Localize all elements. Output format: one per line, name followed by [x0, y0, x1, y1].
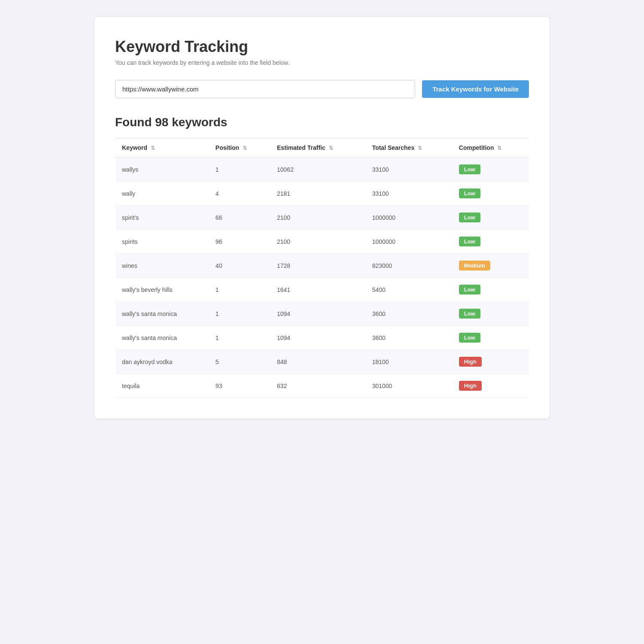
- cell-competition: Low: [452, 206, 529, 230]
- competition-badge: Low: [459, 309, 480, 319]
- cell-keyword: wallys: [115, 158, 209, 182]
- col-estimated-traffic[interactable]: Estimated Traffic ⇅: [270, 138, 365, 158]
- cell-traffic: 1641: [270, 278, 365, 302]
- cell-position: 1: [209, 278, 270, 302]
- url-input[interactable]: [115, 80, 415, 98]
- cell-searches: 33100: [365, 182, 452, 206]
- cell-traffic: 10062: [270, 158, 365, 182]
- cell-searches: 18100: [365, 350, 452, 374]
- cell-searches: 1000000: [365, 206, 452, 230]
- competition-badge: High: [459, 357, 482, 367]
- cell-competition: Low: [452, 326, 529, 350]
- competition-badge: Low: [459, 213, 480, 222]
- cell-traffic: 2100: [270, 230, 365, 254]
- cell-traffic: 2100: [270, 206, 365, 230]
- track-button[interactable]: Track Keywords for Website: [422, 80, 529, 98]
- table-row: spirits 96 2100 1000000 Low: [115, 230, 529, 254]
- cell-competition: Low: [452, 278, 529, 302]
- table-header-row: Keyword ⇅ Position ⇅ Estimated Traffic ⇅…: [115, 138, 529, 158]
- table-row: spirit's 66 2100 1000000 Low: [115, 206, 529, 230]
- col-keyword[interactable]: Keyword ⇅: [115, 138, 209, 158]
- cell-competition: Low: [452, 302, 529, 326]
- cell-competition: Low: [452, 158, 529, 182]
- cell-position: 93: [209, 374, 270, 398]
- cell-keyword: dan aykroyd vodka: [115, 350, 209, 374]
- sort-traffic-icon[interactable]: ⇅: [329, 145, 333, 151]
- keywords-table: Keyword ⇅ Position ⇅ Estimated Traffic ⇅…: [115, 138, 529, 398]
- cell-keyword: wally's santa monica: [115, 326, 209, 350]
- cell-competition: High: [452, 374, 529, 398]
- table-row: wally's beverly hills 1 1641 5400 Low: [115, 278, 529, 302]
- cell-searches: 33100: [365, 158, 452, 182]
- competition-badge: Medium: [459, 261, 490, 270]
- col-competition[interactable]: Competition ⇅: [452, 138, 529, 158]
- cell-traffic: 848: [270, 350, 365, 374]
- table-row: wally 4 2181 33100 Low: [115, 182, 529, 206]
- table-row: wallys 1 10062 33100 Low: [115, 158, 529, 182]
- cell-keyword: wally's beverly hills: [115, 278, 209, 302]
- cell-searches: 301000: [365, 374, 452, 398]
- competition-badge: Low: [459, 285, 480, 295]
- table-row: tequila 93 632 301000 High: [115, 374, 529, 398]
- cell-keyword: spirits: [115, 230, 209, 254]
- cell-position: 5: [209, 350, 270, 374]
- cell-searches: 5400: [365, 278, 452, 302]
- cell-position: 4: [209, 182, 270, 206]
- cell-traffic: 1094: [270, 302, 365, 326]
- search-row: Track Keywords for Website: [115, 80, 529, 98]
- cell-position: 40: [209, 254, 270, 278]
- cell-searches: 1000000: [365, 230, 452, 254]
- cell-keyword: spirit's: [115, 206, 209, 230]
- table-row: dan aykroyd vodka 5 848 18100 High: [115, 350, 529, 374]
- cell-position: 96: [209, 230, 270, 254]
- cell-competition: Low: [452, 182, 529, 206]
- competition-badge: Low: [459, 188, 480, 198]
- sort-competition-icon[interactable]: ⇅: [497, 145, 501, 151]
- cell-keyword: wally: [115, 182, 209, 206]
- cell-searches: 3600: [365, 302, 452, 326]
- cell-position: 1: [209, 326, 270, 350]
- cell-traffic: 1094: [270, 326, 365, 350]
- competition-badge: Low: [459, 333, 480, 343]
- col-total-searches[interactable]: Total Searches ⇅: [365, 138, 452, 158]
- cell-traffic: 632: [270, 374, 365, 398]
- sort-position-icon[interactable]: ⇅: [243, 145, 247, 151]
- table-row: wally's santa monica 1 1094 3600 Low: [115, 326, 529, 350]
- page-subtitle: You can track keywords by entering a web…: [115, 59, 529, 66]
- cell-position: 1: [209, 302, 270, 326]
- sort-keyword-icon[interactable]: ⇅: [151, 145, 155, 151]
- table-row: wally's santa monica 1 1094 3600 Low: [115, 302, 529, 326]
- cell-position: 1: [209, 158, 270, 182]
- col-position[interactable]: Position ⇅: [209, 138, 270, 158]
- cell-competition: Low: [452, 230, 529, 254]
- cell-keyword: wines: [115, 254, 209, 278]
- sort-searches-icon[interactable]: ⇅: [418, 145, 422, 151]
- cell-traffic: 2181: [270, 182, 365, 206]
- cell-competition: High: [452, 350, 529, 374]
- cell-keyword: wally's santa monica: [115, 302, 209, 326]
- cell-keyword: tequila: [115, 374, 209, 398]
- competition-badge: Low: [459, 164, 480, 174]
- cell-searches: 3600: [365, 326, 452, 350]
- cell-position: 66: [209, 206, 270, 230]
- competition-badge: Low: [459, 237, 480, 246]
- found-heading: Found 98 keywords: [115, 115, 529, 129]
- cell-searches: 823000: [365, 254, 452, 278]
- cell-traffic: 1728: [270, 254, 365, 278]
- table-row: wines 40 1728 823000 Medium: [115, 254, 529, 278]
- main-card: Keyword Tracking You can track keywords …: [94, 17, 550, 419]
- competition-badge: High: [459, 381, 482, 391]
- cell-competition: Medium: [452, 254, 529, 278]
- page-title: Keyword Tracking: [115, 38, 529, 56]
